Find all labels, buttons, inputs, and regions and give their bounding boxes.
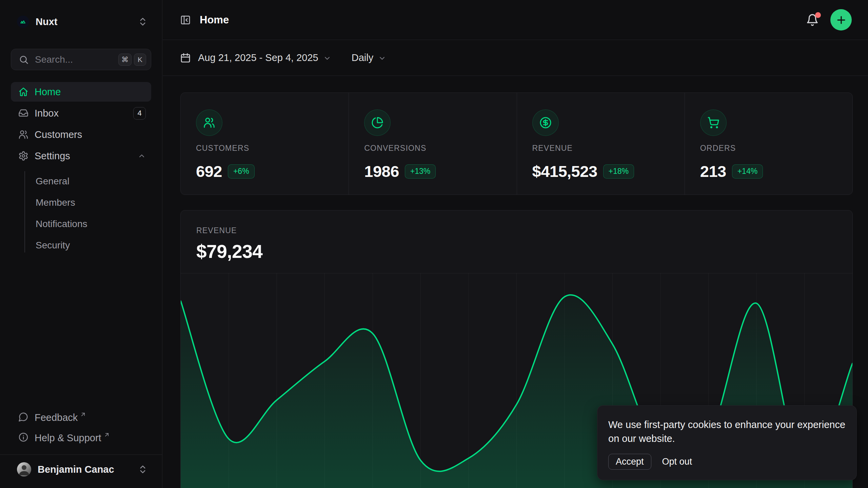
stat-label: REVENUE xyxy=(532,144,685,153)
workspace-name: Nuxt xyxy=(36,16,57,27)
inbox-icon xyxy=(18,108,28,118)
page-title: Home xyxy=(200,14,229,26)
sidebar-collapse-icon[interactable] xyxy=(180,15,191,25)
revenue-panel-value: $79,234 xyxy=(181,235,852,262)
chevrons-up-down-icon xyxy=(138,464,148,474)
granularity-select[interactable]: Daily xyxy=(352,52,386,63)
users-icon xyxy=(196,109,222,136)
link-label: Help & Support xyxy=(35,432,101,444)
dollar-circle-icon xyxy=(532,109,559,136)
sidebar-item-settings[interactable]: Settings xyxy=(11,146,151,166)
link-label: Feedback xyxy=(35,412,78,423)
sidebar-footer: Feedback Help & Support Benjamin Canac xyxy=(11,408,151,476)
user-avatar xyxy=(17,462,31,476)
filter-bar: Aug 21, 2025 - Sep 4, 2025 Daily xyxy=(163,40,868,76)
nav-label: Home xyxy=(35,86,61,98)
user-menu-button[interactable]: Benjamin Canac xyxy=(0,454,162,476)
cookie-actions: Accept Opt out xyxy=(608,454,846,470)
dashboard-screen: Nuxt ⌘ K Home Inb xyxy=(0,0,868,488)
stat-customers: CUSTOMERS 692 +6% xyxy=(181,93,349,195)
stat-orders: ORDERS 213 +14% xyxy=(685,93,852,195)
help-support-link[interactable]: Help & Support xyxy=(11,429,151,449)
workspace-selector[interactable]: Nuxt xyxy=(11,15,151,28)
search-icon xyxy=(19,55,29,65)
search-box[interactable]: ⌘ K xyxy=(11,49,151,70)
gear-icon xyxy=(18,151,28,161)
external-link-icon xyxy=(103,431,110,438)
cookie-banner: We use first-party cookies to enhance yo… xyxy=(597,405,857,480)
info-circle-icon xyxy=(18,432,28,442)
notifications-button[interactable] xyxy=(805,12,820,28)
chevron-down-icon xyxy=(373,53,386,62)
stat-value: 692 xyxy=(196,162,222,181)
kbd-k: K xyxy=(134,54,146,66)
notification-dot xyxy=(815,12,821,18)
sidebar-item-notifications[interactable]: Notifications xyxy=(11,213,151,235)
stat-label: CUSTOMERS xyxy=(196,144,349,153)
sidebar-item-security[interactable]: Security xyxy=(11,235,151,256)
user-name: Benjamin Canac xyxy=(38,464,114,475)
stat-delta-badge: +14% xyxy=(732,164,763,179)
sidebar-item-customers[interactable]: Customers xyxy=(11,125,151,144)
nav-label: Customers xyxy=(35,129,82,140)
settings-subnav: General Members Notifications Security xyxy=(11,170,151,256)
sidebar-item-inbox[interactable]: Inbox 4 xyxy=(11,103,151,123)
stat-delta-badge: +6% xyxy=(228,164,255,179)
nav-label: Inbox xyxy=(35,108,59,119)
date-range-label: Aug 21, 2025 - Sep 4, 2025 xyxy=(198,52,318,63)
date-range-picker[interactable]: Aug 21, 2025 - Sep 4, 2025 xyxy=(180,52,331,63)
granularity-label: Daily xyxy=(352,52,373,63)
plus-icon xyxy=(836,15,846,25)
stat-label: ORDERS xyxy=(700,144,852,153)
message-bubble-icon xyxy=(18,412,28,422)
stat-conversions: CONVERSIONS 1986 +13% xyxy=(349,93,516,195)
sidebar-nav: Home Inbox 4 Customers Settings xyxy=(11,82,151,256)
sidebar-item-members[interactable]: Members xyxy=(11,192,151,213)
stat-value: 1986 xyxy=(364,162,399,181)
stat-label: CONVERSIONS xyxy=(364,144,516,153)
accept-button[interactable]: Accept xyxy=(608,454,651,470)
chevron-down-icon xyxy=(318,53,331,62)
feedback-link[interactable]: Feedback xyxy=(11,408,151,429)
stats-card: CUSTOMERS 692 +6% CONVERSIONS 1986 +13% xyxy=(180,93,853,195)
cookie-message: We use first-party cookies to enhance yo… xyxy=(608,418,846,446)
stat-delta-badge: +13% xyxy=(405,164,436,179)
nav-label: Settings xyxy=(35,150,70,162)
stat-value: $415,523 xyxy=(532,162,597,181)
sidebar-item-general[interactable]: General xyxy=(11,170,151,192)
shopping-cart-icon xyxy=(700,109,727,136)
external-link-icon xyxy=(80,411,86,418)
chevrons-up-down-icon xyxy=(138,17,148,27)
add-button[interactable] xyxy=(830,9,852,30)
calendar-icon xyxy=(180,53,191,63)
home-icon xyxy=(18,87,28,97)
sidebar-item-home[interactable]: Home xyxy=(11,82,151,102)
stat-revenue: REVENUE $415,523 +18% xyxy=(517,93,685,195)
pie-chart-icon xyxy=(364,109,391,136)
nuxt-logo-icon xyxy=(17,16,29,28)
sidebar: Nuxt ⌘ K Home Inb xyxy=(0,0,162,488)
opt-out-button[interactable]: Opt out xyxy=(662,456,692,467)
top-bar: Home xyxy=(163,0,868,40)
revenue-panel-label: REVENUE xyxy=(181,210,852,235)
kbd-cmd: ⌘ xyxy=(118,54,132,66)
users-icon xyxy=(18,129,28,140)
stat-delta-badge: +18% xyxy=(603,164,634,179)
stat-value: 213 xyxy=(700,162,726,181)
chevron-up-icon xyxy=(138,152,146,160)
search-input[interactable] xyxy=(35,54,116,65)
inbox-count-badge: 4 xyxy=(133,107,146,120)
